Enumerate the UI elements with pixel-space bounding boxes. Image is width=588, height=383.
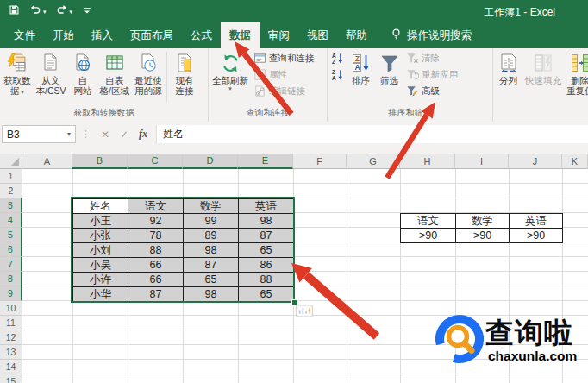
main-table-cell[interactable]: 小王 bbox=[73, 214, 128, 229]
main-table-cell[interactable]: 87 bbox=[128, 287, 184, 302]
main-table-cell[interactable]: 98 bbox=[239, 214, 294, 229]
main-table-cell[interactable]: 87 bbox=[184, 258, 239, 273]
criteria-table-cell[interactable]: >90 bbox=[401, 229, 456, 243]
row-header-2[interactable]: 2 bbox=[0, 184, 22, 198]
row-header-4[interactable]: 4 bbox=[0, 213, 22, 228]
row-header-8[interactable]: 8 bbox=[0, 272, 22, 286]
ribbon-button-queries-connections[interactable]: 查询和连接 bbox=[251, 50, 317, 66]
column-header-B[interactable]: B bbox=[72, 154, 128, 169]
criteria-table-cell[interactable]: 语文 bbox=[401, 214, 456, 229]
quick-analysis-button[interactable] bbox=[295, 305, 314, 321]
main-table-cell[interactable]: 小许 bbox=[73, 273, 128, 287]
ribbon-button-advanced-filter[interactable]: 高级 bbox=[403, 83, 460, 99]
ribbon-button-refresh-all[interactable]: 全部刷新▾ bbox=[210, 50, 251, 102]
main-table-cell[interactable]: 87 bbox=[239, 229, 294, 243]
main-table-cell[interactable]: 65 bbox=[239, 243, 294, 258]
row-header-15[interactable]: 15 bbox=[0, 374, 22, 383]
tab-page-layout[interactable]: 页面布局 bbox=[122, 22, 182, 48]
ribbon-button-from-table-range[interactable]: 自表格/区域 bbox=[97, 50, 132, 102]
row-header-12[interactable]: 12 bbox=[0, 330, 22, 345]
main-table-cell[interactable]: 小吴 bbox=[73, 258, 128, 273]
column-header-C[interactable]: C bbox=[128, 154, 183, 169]
active-cell[interactable]: 姓名 bbox=[73, 199, 128, 214]
main-table-cell[interactable]: 88 bbox=[239, 273, 294, 287]
main-table-cell[interactable]: 66 bbox=[128, 273, 184, 287]
ribbon-button-sort-asc[interactable]: AZ bbox=[328, 50, 347, 66]
ribbon-button-text-to-columns[interactable]: 分列 bbox=[494, 50, 522, 102]
criteria-table-cell[interactable]: 英语 bbox=[510, 214, 563, 229]
criteria-table-cell[interactable]: 数学 bbox=[456, 214, 510, 229]
main-table-cell[interactable]: 小张 bbox=[73, 229, 128, 243]
ribbon-button-filter[interactable]: 筛选 bbox=[375, 50, 403, 102]
tab-help[interactable]: 帮助 bbox=[337, 22, 376, 48]
column-header-J[interactable]: J bbox=[509, 154, 562, 169]
insert-function-button[interactable]: fx bbox=[134, 125, 153, 143]
ribbon-button-remove-duplicates[interactable]: 删除重复值 bbox=[564, 50, 588, 102]
save-button[interactable] bbox=[9, 3, 20, 19]
main-table-cell[interactable]: 78 bbox=[128, 229, 184, 243]
ribbon-button-from-web[interactable]: 自网站 bbox=[69, 50, 97, 102]
row-header-3[interactable]: 3 bbox=[0, 198, 22, 213]
main-table-cell[interactable]: 语文 bbox=[128, 199, 184, 214]
main-table-cell[interactable]: 66 bbox=[128, 258, 184, 273]
criteria-table-cell[interactable]: >90 bbox=[456, 229, 510, 243]
name-box[interactable]: B3▾ bbox=[2, 125, 76, 143]
name-box-caret-icon[interactable]: ▾ bbox=[67, 130, 71, 138]
column-header-D[interactable]: D bbox=[183, 154, 238, 169]
column-header-K[interactable]: K bbox=[562, 154, 588, 169]
main-table-cell[interactable]: 65 bbox=[184, 273, 239, 287]
main-table-cell[interactable]: 98 bbox=[184, 243, 239, 258]
formula-bar-drag-handle[interactable]: ⋮ bbox=[81, 129, 91, 140]
cancel-button[interactable]: ✕ bbox=[96, 125, 115, 143]
row-header-14[interactable]: 14 bbox=[0, 360, 22, 374]
tab-insert[interactable]: 插入 bbox=[83, 22, 122, 48]
ribbon-button-sort-desc[interactable]: ZA bbox=[328, 66, 347, 83]
row-header-1[interactable]: 1 bbox=[0, 169, 22, 184]
main-table-cell[interactable]: 小刘 bbox=[73, 243, 128, 258]
ribbon-button-sort[interactable]: ZA排序 bbox=[347, 50, 375, 102]
tab-home[interactable]: 开始 bbox=[44, 22, 83, 48]
main-table-cell[interactable]: 数学 bbox=[184, 199, 239, 214]
main-table-cell[interactable]: 92 bbox=[128, 214, 184, 229]
main-table-cell[interactable]: 98 bbox=[184, 287, 239, 302]
tell-me-search[interactable]: 操作说明搜索 bbox=[390, 22, 472, 48]
column-header-E[interactable]: E bbox=[238, 154, 293, 169]
row-header-10[interactable]: 10 bbox=[0, 301, 22, 316]
main-table-cell[interactable]: 89 bbox=[184, 229, 239, 243]
column-header-G[interactable]: G bbox=[347, 154, 400, 169]
tab-formulas[interactable]: 公式 bbox=[182, 22, 221, 48]
row-header-11[interactable]: 11 bbox=[0, 316, 22, 330]
ribbon-button-from-text-csv[interactable]: 从文本/CSV bbox=[34, 50, 69, 102]
main-table-cell[interactable]: 99 bbox=[184, 214, 239, 229]
main-table-cell[interactable]: 英语 bbox=[239, 199, 294, 214]
formula-input[interactable]: 姓名 bbox=[156, 125, 588, 143]
row-header-6[interactable]: 6 bbox=[0, 242, 22, 257]
customize-quick-access-button[interactable] bbox=[82, 3, 92, 19]
column-header-F[interactable]: F bbox=[293, 154, 347, 169]
row-header-13[interactable]: 13 bbox=[0, 345, 22, 360]
ribbon-button-clear-filter[interactable]: 清除 bbox=[403, 50, 460, 66]
main-table-cell[interactable]: 小华 bbox=[73, 287, 128, 302]
redo-button[interactable]: ▾ bbox=[56, 3, 73, 19]
tab-data[interactable]: 数据 bbox=[221, 22, 260, 48]
row-header-9[interactable]: 9 bbox=[0, 286, 22, 301]
row-header-5[interactable]: 5 bbox=[0, 228, 22, 242]
column-header-I[interactable]: I bbox=[455, 154, 509, 169]
ribbon-button-existing-connections[interactable]: 现有连接 bbox=[170, 50, 198, 102]
ribbon-button-reapply-filter[interactable]: 重新应用 bbox=[403, 66, 460, 83]
tab-file[interactable]: 文件 bbox=[5, 22, 44, 48]
undo-button[interactable]: ▾ bbox=[29, 3, 47, 19]
ribbon-button-edit-links[interactable]: 编辑链接 bbox=[251, 83, 317, 99]
column-header-H[interactable]: H bbox=[400, 154, 455, 169]
ribbon-button-recent-sources[interactable]: 最近使用的源 bbox=[132, 50, 165, 102]
main-table-cell[interactable]: 88 bbox=[128, 243, 184, 258]
column-header-A[interactable]: A bbox=[22, 154, 72, 169]
main-table-cell[interactable]: 65 bbox=[239, 287, 294, 302]
ribbon-button-properties[interactable]: 属性 bbox=[251, 66, 317, 83]
ribbon-button-flash-fill[interactable]: 快速填充 bbox=[522, 50, 564, 102]
ribbon-button-get-data[interactable]: 获取数据 ▾ bbox=[1, 50, 34, 102]
tab-view[interactable]: 视图 bbox=[298, 22, 337, 48]
tab-review[interactable]: 审阅 bbox=[260, 22, 298, 48]
row-header-7[interactable]: 7 bbox=[0, 257, 22, 272]
main-table-cell[interactable]: 86 bbox=[239, 258, 294, 273]
